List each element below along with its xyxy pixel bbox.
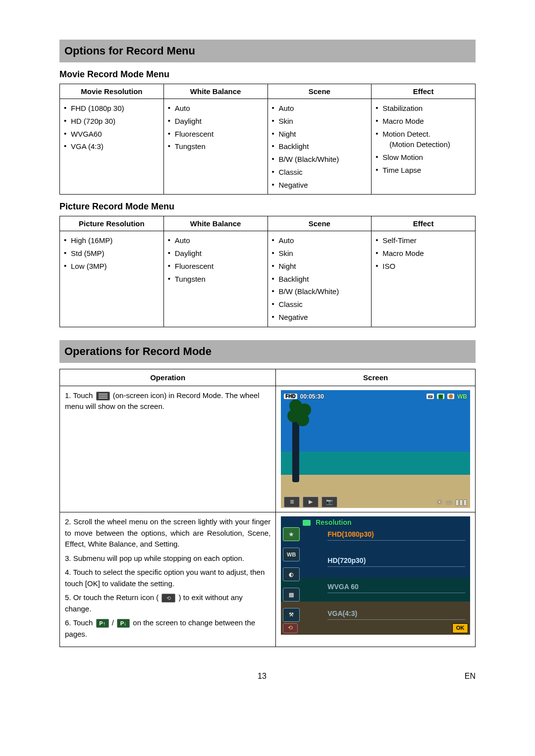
list-item: Macro Mode — [375, 247, 471, 260]
return-icon: ⟲ — [161, 594, 175, 603]
resolution-options: FHD(1080p30) HD(720p30) WVGA 60 VGA(4:3) — [327, 528, 465, 620]
list-item: WVGA60 — [64, 128, 160, 141]
list-item: Std (5MP) — [64, 247, 160, 260]
list-item: Slow Motion — [375, 151, 471, 164]
list-item: Negative — [272, 179, 368, 192]
page-down-icon: P↓ — [117, 619, 130, 628]
list-item: Fluorescent — [168, 260, 264, 273]
op-step-1: 1. Touch (on-screen icon) in Record Mode… — [65, 390, 270, 412]
osd-top-bar: FHD 00:05:30 ▭ ▣ ✿ WB — [281, 390, 470, 403]
list-item: VGA (4:3) — [64, 140, 160, 153]
op-step-6: 6. Touch P↑ / P↓ on the screen to change… — [65, 617, 270, 640]
play-btn-icon: ▶ — [303, 497, 319, 507]
op-step-1-cell: 1. Touch (on-screen icon) in Record Mode… — [60, 386, 276, 512]
effect-motion-detect-sub: (Motion Detection) — [382, 139, 471, 150]
list-item: Tungsten — [168, 273, 264, 286]
picture-hdr-effect: Effect — [372, 216, 476, 231]
list-item: High (16MP) — [64, 234, 160, 247]
page-footer: 13 EN — [59, 672, 476, 681]
side-effect-icon: ▤ — [283, 588, 300, 602]
screen-2-cell: Resolution ★ WB ◐ ▤ ⚒ FHD(1080p30) HD(72… — [276, 512, 476, 647]
movie-menu-table: Movie Resolution White Balance Scene Eff… — [59, 84, 476, 195]
list-item: ISO — [375, 260, 471, 273]
op1-a: 1. Touch — [65, 391, 95, 400]
opt-wvga: WVGA 60 — [327, 581, 465, 593]
movie-hdr-effect: Effect — [372, 84, 476, 99]
menu-sidebar: ★ WB ◐ ▤ ⚒ — [283, 527, 300, 622]
list-item: Fluorescent — [168, 128, 264, 141]
list-item: Time Lapse — [375, 164, 471, 177]
menu-title-text: Resolution — [316, 518, 351, 526]
opt-fhd: FHD(1080p30) — [327, 528, 465, 541]
rec-time: 00:05:30 — [300, 393, 324, 400]
picture-hdr-scene: Scene — [268, 216, 372, 231]
side-resolution-icon: ★ — [283, 527, 300, 541]
op-step-3: 3. Submenu will pop up while stopping on… — [65, 553, 270, 564]
page-up-icon: P↑ — [96, 619, 109, 628]
movie-resolution-list: FHD (1080p 30) HD (720p 30) WVGA60 VGA (… — [64, 102, 160, 153]
mode-btn-icon: 📷 — [321, 497, 337, 507]
side-wb-icon: WB — [283, 548, 300, 561]
list-item: FHD (1080p 30) — [64, 102, 160, 115]
list-item: B/W (Black/White) — [272, 285, 368, 298]
picture-hdr-resolution: Picture Resolution — [60, 216, 164, 231]
movie-hdr-scene: Scene — [268, 84, 372, 99]
list-item: Motion Detect. (Motion Detection) — [375, 128, 471, 151]
op5-a: 5. Or touch the Return icon ( — [65, 593, 160, 602]
stab-icon: ▭ — [427, 394, 434, 399]
record-mode-screenshot: FHD 00:05:30 ▭ ▣ ✿ WB ≣ ▶ 📷 ☀ ▭ — [281, 390, 470, 508]
opt-hd: HD(720p30) — [327, 554, 465, 567]
list-item: Classic — [272, 166, 368, 179]
list-item: Classic — [272, 298, 368, 311]
list-item: Macro Mode — [375, 115, 471, 128]
palm-tree-graphic — [292, 400, 299, 482]
macro-icon: ✿ — [447, 394, 454, 399]
list-item: Night — [272, 260, 368, 273]
picture-hdr-wb: White Balance — [163, 216, 268, 231]
fhd-badge: FHD — [284, 394, 297, 399]
camera-icon — [303, 520, 311, 526]
menu-btn-icon: ≣ — [284, 497, 300, 507]
op6-a: 6. Touch — [65, 618, 95, 627]
movie-hdr-wb: White Balance — [163, 84, 268, 99]
list-item: Negative — [272, 311, 368, 324]
pict-icon: ▣ — [437, 394, 444, 399]
op6-slash: / — [112, 618, 116, 627]
page-language: EN — [465, 672, 476, 681]
sd-icon: ▭ — [446, 498, 452, 506]
op-step-2: 2. Scroll the wheel menu on the screen l… — [65, 516, 270, 550]
operations-table: Operation Screen 1. Touch (on-screen ico… — [59, 369, 476, 648]
movie-scene-list: Auto Skin Night Backlight B/W (Black/Whi… — [272, 102, 368, 191]
operations-record-mode-heading: Operations for Record Mode — [59, 340, 476, 363]
wb-icon: WB — [457, 393, 467, 400]
list-item: HD (720p 30) — [64, 115, 160, 128]
screen-1-cell: FHD 00:05:30 ▭ ▣ ✿ WB ≣ ▶ 📷 ☀ ▭ — [276, 386, 476, 512]
list-item: Backlight — [272, 273, 368, 286]
opt-vga: VGA(4:3) — [327, 607, 465, 620]
menu-bottom-bar: ⟲ OK — [283, 623, 468, 634]
movie-wb-list: Auto Daylight Fluorescent Tungsten — [168, 102, 264, 153]
options-record-menu-heading: Options for Record Menu — [59, 40, 476, 62]
side-scene-icon: ◐ — [283, 567, 300, 581]
brightness-icon: ☀ — [436, 498, 443, 506]
list-item: Auto — [168, 234, 264, 247]
list-item: Daylight — [168, 247, 264, 260]
list-item: Skin — [272, 115, 368, 128]
movie-record-mode-heading: Movie Record Mode Menu — [59, 69, 476, 80]
side-setting-icon: ⚒ — [283, 608, 300, 622]
picture-resolution-list: High (16MP) Std (5MP) Low (3MP) — [64, 234, 160, 272]
list-item: Skin — [272, 247, 368, 260]
op-step-5: 5. Or touch the Return icon ( ⟲ ) to exi… — [65, 592, 270, 614]
list-item: Self-Timer — [375, 234, 471, 247]
return-button-icon: ⟲ — [283, 623, 298, 633]
list-item: Auto — [272, 234, 368, 247]
op-steps-2to6-cell: 2. Scroll the wheel menu on the screen l… — [60, 512, 276, 647]
menu-icon — [96, 392, 110, 401]
picture-wb-list: Auto Daylight Fluorescent Tungsten — [168, 234, 264, 285]
list-item: Auto — [272, 102, 368, 115]
list-item: Night — [272, 128, 368, 141]
list-item: Low (3MP) — [64, 260, 160, 273]
movie-effect-list: Stabilization Macro Mode Motion Detect. … — [375, 102, 471, 177]
menu-title: Resolution — [303, 518, 351, 526]
list-item: Auto — [168, 102, 264, 115]
